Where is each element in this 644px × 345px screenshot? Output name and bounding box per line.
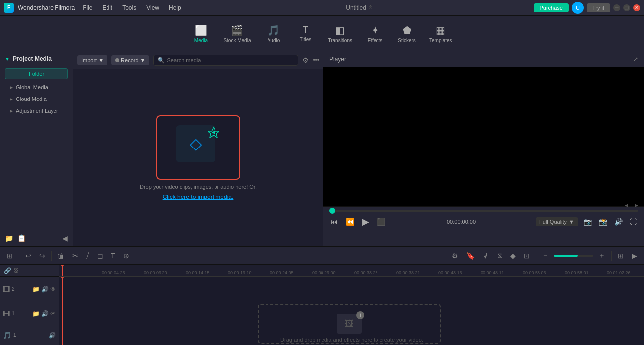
audio-mute-icon[interactable]: 🔊 — [49, 332, 56, 339]
frame-back-button[interactable]: ⏪ — [344, 216, 356, 227]
close-button[interactable]: ✕ — [633, 4, 640, 11]
menu-view[interactable]: View — [142, 3, 163, 12]
crop-button[interactable]: ◻ — [94, 250, 106, 262]
purchase-button[interactable]: Purchase — [534, 3, 568, 12]
toolbar-separator-3 — [536, 251, 536, 261]
track-mute-icon[interactable]: 🔊 — [41, 286, 49, 293]
timeline-add-track-button[interactable]: ⊞ — [4, 250, 16, 262]
track-lock-icon[interactable]: 📁 — [32, 286, 40, 293]
timeline-toolbar: ⊞ ↩ ↪ 🗑 ✂ ⧸ ◻ T ⊕ ⚙ 🔖 🎙 ⧖ ◆ ⊡ － ＋ ⊞ ▶ — [0, 247, 644, 265]
main-content: ▼ Project Media Folder ▶ Global Media ▶ … — [0, 51, 644, 246]
more-timeline-button[interactable]: ▶ — [629, 250, 640, 262]
collapse-panel-icon[interactable]: ◀ — [62, 234, 68, 242]
delete-button[interactable]: 🗑 — [54, 250, 67, 262]
chevron-right-icon: ▶ — [10, 97, 13, 101]
play-button[interactable]: ▶ — [361, 215, 371, 229]
player-expand-icon[interactable]: ⤢ — [633, 56, 638, 63]
project-media-header[interactable]: ▼ Project Media — [0, 51, 73, 66]
snap-icon[interactable]: 🔗 — [4, 267, 11, 274]
import-link[interactable]: Click here to import media. — [163, 194, 234, 200]
timeline-settings-button[interactable]: ⚙ — [449, 250, 461, 262]
track-1-mute-icon[interactable]: 🔊 — [41, 310, 49, 317]
video-track-1-label: 1 — [12, 311, 15, 316]
volume-button[interactable]: 🔊 — [613, 216, 624, 227]
player-controls: ▶ ◀ ⏮ ⏪ ▶ ⬛ 00:00:00:00 Full Quality ▼ 📷 — [323, 206, 644, 246]
sidebar-item-adjustment-layer[interactable]: ▶ Adjustment Layer — [0, 105, 73, 117]
pip-button[interactable]: ⊡ — [521, 250, 533, 262]
media-drop-area: ◇ Drop your video clips, images, or audi… — [73, 69, 323, 246]
filmora-check-icon — [208, 126, 219, 138]
adjust-button[interactable]: ⊕ — [120, 250, 132, 262]
toolbar-audio[interactable]: 🎵 Audio — [259, 21, 288, 46]
menu-file[interactable]: File — [79, 3, 96, 12]
zoom-out-button[interactable]: － — [539, 249, 552, 262]
redo-button[interactable]: ↪ — [36, 250, 48, 262]
audio-icon: 🎵 — [268, 24, 280, 36]
transition-button[interactable]: ⧖ — [494, 249, 505, 262]
minimize-button[interactable]: ─ — [613, 4, 620, 11]
toolbar-templates[interactable]: ▦ Templates — [424, 21, 458, 46]
toolbar-stock-media[interactable]: 🎬 Stock Media — [217, 21, 257, 46]
import-button[interactable]: Import ▼ — [77, 55, 107, 65]
maximize-button[interactable]: ▢ — [623, 4, 630, 11]
menu-edit[interactable]: Edit — [99, 3, 117, 12]
sidebar-item-cloud-media[interactable]: ▶ Cloud Media — [0, 93, 73, 105]
zoom-slider[interactable] — [554, 255, 593, 257]
track-1-lock-icon[interactable]: 📁 — [32, 310, 40, 317]
keyframe-button[interactable]: ◆ — [507, 250, 519, 262]
timeline: ⊞ ↩ ↪ 🗑 ✂ ⧸ ◻ T ⊕ ⚙ 🔖 🎙 ⧖ ◆ ⊡ － ＋ ⊞ ▶ — [0, 246, 644, 345]
split-button[interactable]: ⧸ — [83, 249, 92, 262]
toolbar-transitions[interactable]: ◧ Transitions — [322, 21, 358, 46]
playback-progress-bar[interactable]: ▶ ◀ — [329, 210, 638, 212]
toolbar-titles[interactable]: T Titles — [290, 22, 320, 45]
new-folder-icon[interactable]: 📁 — [5, 234, 13, 242]
quality-selector[interactable]: Full Quality ▼ — [536, 217, 578, 226]
try-button[interactable]: Try it — [587, 3, 610, 12]
import-icon[interactable]: 📋 — [17, 234, 26, 242]
cut-button[interactable]: ✂ — [69, 250, 81, 262]
skip-back-button[interactable]: ⏮ — [329, 216, 339, 227]
video-track-1-row[interactable]: 🖼 + — [59, 301, 644, 326]
menu-help[interactable]: Help — [165, 3, 185, 12]
project-title: Untitled ⏱ — [346, 4, 373, 11]
title-bar: F Wondershare Filmora File Edit Tools Vi… — [0, 0, 644, 16]
track-1-visible-icon[interactable]: 👁 — [50, 310, 56, 317]
user-avatar[interactable]: U — [572, 2, 584, 14]
undo-button[interactable]: ↩ — [22, 250, 34, 262]
fullscreen-button[interactable]: ⛶ — [628, 216, 638, 227]
video-track-2-row[interactable] — [59, 277, 644, 301]
timeline-ruler[interactable]: ▼ 00:00:04:25 00:00:09:20 00:00:14:15 00… — [59, 265, 644, 277]
link-clips-icon[interactable]: ⛓ — [13, 267, 19, 274]
toolbar-media[interactable]: ⬜ Media — [186, 21, 215, 46]
toolbar-stickers[interactable]: ⬟ Stickers — [392, 21, 422, 46]
more-options-icon[interactable]: ••• — [313, 57, 319, 64]
playhead[interactable]: ▼ — [62, 265, 63, 276]
track-header-video-1: 🎞 1 📁 🔊 👁 — [0, 301, 59, 326]
bookmark-button[interactable]: 🔖 — [463, 250, 478, 262]
camera-button[interactable]: 📸 — [597, 216, 609, 227]
quality-label: Full Quality — [539, 219, 567, 225]
filter-icon[interactable]: ⚙ — [302, 56, 309, 64]
search-input[interactable] — [167, 57, 294, 63]
sidebar-item-global-media[interactable]: ▶ Global Media — [0, 81, 73, 93]
track-visible-icon[interactable]: 👁 — [50, 286, 56, 293]
record-label: Record — [121, 57, 138, 63]
toolbar-effects[interactable]: ✦ Effects — [360, 21, 390, 46]
title-bar-left: F Wondershare Filmora File Edit Tools Vi… — [4, 3, 185, 13]
menu-tools[interactable]: Tools — [118, 3, 140, 12]
stop-button[interactable]: ⬛ — [376, 216, 387, 227]
panel-collapse-arrow: ▼ — [5, 56, 10, 62]
zoom-in-button[interactable]: ＋ — [595, 249, 608, 262]
voiceover-button[interactable]: 🎙 — [480, 250, 492, 262]
search-icon: 🔍 — [158, 57, 165, 64]
record-button[interactable]: Record ▼ — [111, 55, 149, 65]
grid-view-button[interactable]: ⊞ — [615, 250, 627, 262]
text-button[interactable]: T — [108, 250, 118, 262]
folder-button[interactable]: Folder — [5, 68, 68, 79]
progress-thumb[interactable] — [329, 208, 335, 214]
stickers-icon: ⬟ — [403, 24, 411, 36]
stock-media-label: Stock Media — [223, 38, 251, 43]
toolbar-separator — [19, 251, 19, 261]
player-screen — [323, 67, 644, 206]
screenshot-button[interactable]: 📷 — [582, 216, 593, 227]
